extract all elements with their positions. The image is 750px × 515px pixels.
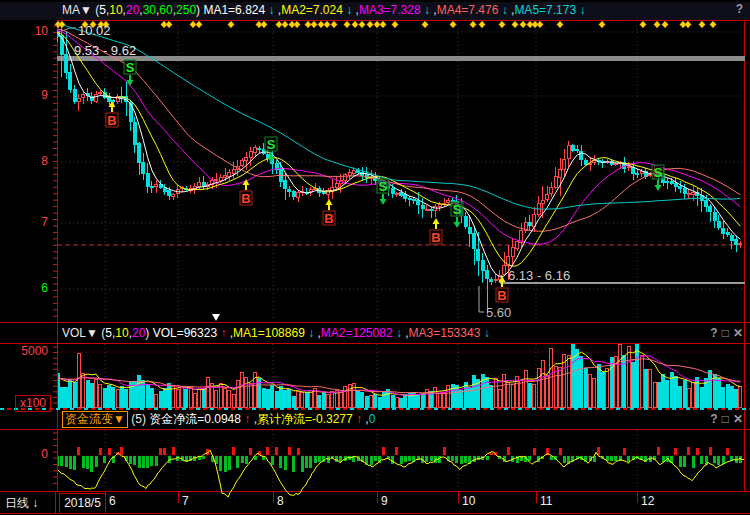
- close-icon[interactable]: ✕: [733, 412, 745, 426]
- month-label: 8: [277, 494, 284, 508]
- sell-signal-label: S: [453, 202, 462, 217]
- header-segment: 累计净流=-0.3277: [257, 412, 353, 426]
- chevron-down-icon: ▼: [113, 412, 125, 426]
- price-annotation: 6.13 - 6.16: [508, 268, 570, 283]
- header-segment: MA1=108869: [233, 326, 305, 340]
- buy-arrow-icon: [326, 199, 333, 205]
- period-selector[interactable]: 日线 ↓: [0, 492, 56, 514]
- fund-window-icons: ?□✕: [708, 412, 745, 426]
- header-segment: ↓: [480, 326, 489, 340]
- event-diamond-icon: [470, 21, 476, 28]
- price-axis-label: 10: [2, 24, 48, 38]
- sell-signal-label: S: [267, 137, 276, 152]
- header-segment: ↑: [241, 412, 250, 426]
- header-segment: MA4=7.476: [437, 3, 499, 17]
- header-segment: MA: [62, 3, 80, 17]
- event-diamond-icon: [654, 21, 660, 28]
- event-diamond-icon: [344, 21, 350, 28]
- event-diamond-icon: [282, 21, 288, 28]
- arrow-down-icon: ↓: [32, 496, 38, 510]
- header-segment: ,: [250, 412, 257, 426]
- event-diamond-icon: [599, 21, 605, 28]
- header-segment: ↓: [498, 3, 507, 17]
- price-axis-label: 7: [2, 215, 48, 229]
- month-label: 12: [641, 494, 654, 508]
- buy-arrow-icon: [433, 218, 440, 224]
- close-icon[interactable]: ✕: [733, 326, 745, 340]
- help-icon[interactable]: ?: [736, 2, 745, 16]
- sell-signal-label: S: [654, 165, 663, 180]
- header-segment: 5: [105, 326, 112, 340]
- header-segment: MA1=6.824: [203, 3, 265, 17]
- event-diamond-icon: [662, 21, 668, 28]
- stock-chart-window: MA▼ (5,10,20,30,60,250) MA1=6.824 ↓ ,MA2…: [0, 0, 750, 515]
- month-label: 11: [540, 494, 552, 508]
- event-diamond-icon: [294, 21, 300, 28]
- volume-unit-label: x100: [15, 395, 51, 412]
- header-segment: MA5=7.173: [514, 3, 576, 17]
- event-diamond-icon: [331, 21, 337, 28]
- event-diamond-icon: [710, 21, 716, 28]
- header-segment: ↓: [343, 3, 352, 17]
- position-pointer-icon[interactable]: [212, 314, 220, 321]
- vol-indicator-header[interactable]: VOL▼ (5,10,20) VOL=96323 ↑ ,MA1=108869 ↓…: [0, 325, 750, 342]
- header-segment: 250: [176, 3, 196, 17]
- month-label: 7: [182, 494, 189, 508]
- charts-canvas: BBBBBSSSSS: [0, 0, 750, 515]
- month-label: 6: [109, 494, 116, 508]
- price-annotation: 5.60: [486, 305, 511, 320]
- header-segment: ↓: [576, 3, 585, 17]
- event-diamond-icon: [276, 21, 282, 28]
- header-segment: 5: [99, 3, 106, 17]
- event-diamond-icon: [374, 21, 380, 28]
- event-diamond-icon: [166, 21, 172, 28]
- header-segment: ↓: [305, 326, 314, 340]
- header-segment: VOL=96323: [153, 326, 217, 340]
- sell-arrow-icon: [380, 199, 387, 205]
- event-diamond-icon: [640, 21, 646, 28]
- event-diamond-icon: [305, 21, 311, 28]
- buy-signal-label: B: [431, 230, 440, 245]
- event-diamond-icon: [261, 21, 267, 28]
- help-icon[interactable]: ?: [710, 326, 719, 340]
- header-segment: ,: [314, 326, 321, 340]
- maximize-icon[interactable]: □: [722, 326, 731, 340]
- header-segment: MA3=7.328: [359, 3, 421, 17]
- event-diamond-icon: [380, 21, 386, 28]
- ma-indicator-header[interactable]: MA▼ (5,10,20,30,60,250) MA1=6.824 ↓ ,MA2…: [0, 2, 750, 20]
- price-axis-label: 6: [2, 281, 48, 295]
- header-segment: ,: [402, 326, 409, 340]
- header-segment: ,: [430, 3, 437, 17]
- buy-signal-label: B: [497, 288, 506, 303]
- event-diamond-icon: [359, 21, 365, 28]
- event-diamond-icon: [499, 21, 505, 28]
- event-diamond-icon: [228, 21, 234, 28]
- event-diamond-icon: [537, 21, 543, 28]
- event-diamond-icon: [190, 21, 196, 28]
- main-price-chart: [56, 21, 745, 321]
- maximize-icon[interactable]: □: [722, 412, 731, 426]
- help-icon[interactable]: ?: [710, 412, 719, 426]
- header-segment: ↓: [265, 3, 274, 17]
- event-diamond-icon: [557, 21, 563, 28]
- header-segment: ↓: [393, 326, 402, 340]
- event-diamond-icon: [512, 21, 518, 28]
- event-diamond-icon: [367, 21, 373, 28]
- header-segment: 20: [126, 3, 139, 17]
- month-label: 10: [462, 494, 475, 508]
- fund-flow-selector[interactable]: 资金流变▼: [62, 411, 128, 428]
- header-segment: MA2=7.024: [281, 3, 343, 17]
- event-diamond-icon: [311, 21, 317, 28]
- header-segment: ): [145, 326, 152, 340]
- event-diamond-icon: [479, 21, 485, 28]
- event-diamond-icon: [699, 21, 705, 28]
- header-segment: 30: [143, 3, 156, 17]
- header-segment: MA2=125082: [321, 326, 393, 340]
- event-diamond-icon: [392, 21, 398, 28]
- month-label: 9: [381, 494, 388, 508]
- header-segment: 60: [159, 3, 172, 17]
- year-month-box[interactable]: 2018/5: [59, 493, 106, 514]
- fund-zero-label: 0: [2, 447, 48, 461]
- header-segment: ▼: [80, 3, 95, 17]
- event-diamond-icon: [59, 21, 65, 28]
